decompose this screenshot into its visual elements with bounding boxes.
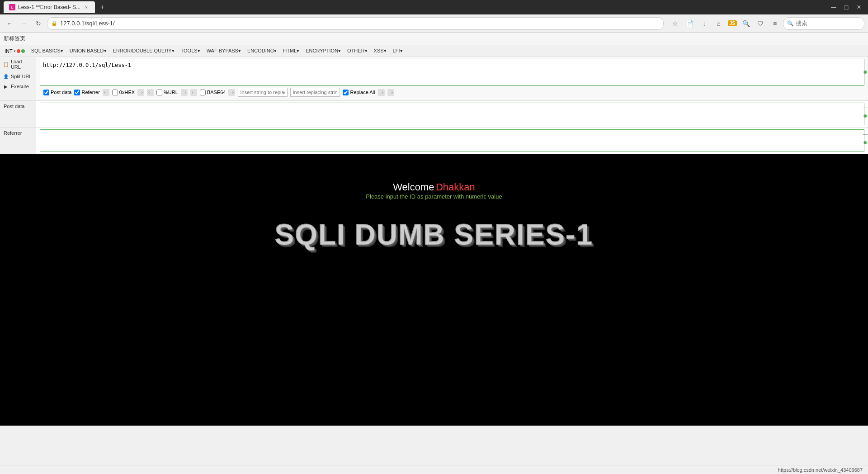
split-url-button[interactable]: 👤 Split URL bbox=[0, 71, 36, 81]
page-content: Welcome Dhakkan Please input the ID as p… bbox=[0, 154, 868, 426]
dhakkan-username: Dhakkan bbox=[436, 181, 475, 193]
menu-lfi[interactable]: LFI▾ bbox=[390, 47, 406, 55]
referrer-textarea[interactable] bbox=[40, 130, 864, 150]
base64-toggle[interactable]: BASE64 bbox=[200, 90, 226, 95]
menu-other[interactable]: OTHER▾ bbox=[344, 47, 370, 55]
arrow-right-icon-2: ⇒ bbox=[181, 89, 188, 96]
arrow-right-icon-3: ⇒ bbox=[228, 89, 235, 96]
post-data-checkbox[interactable] bbox=[43, 90, 49, 95]
url-textarea-wrapper: — ● bbox=[40, 59, 864, 85]
browser-toolbar-icons: ☆ 📄 ↓ ⌂ JS 🔍 🛡 ≡ bbox=[670, 18, 780, 29]
menu-encoding[interactable]: ENCODING▾ bbox=[245, 47, 279, 55]
menu-sql-basics[interactable]: SQL BASICS▾ bbox=[28, 47, 66, 55]
menu-error-double-query[interactable]: ERROR/DOUBLE QUERY▾ bbox=[110, 47, 177, 55]
browser-window: L Less-1 **Error Based- S... × + ─ □ × ←… bbox=[0, 0, 868, 426]
replace-all-label: Replace All bbox=[350, 90, 375, 95]
bookmark-new-tab[interactable]: 新标签页 bbox=[4, 35, 25, 43]
int-dropdown-arrow: ▾ bbox=[14, 49, 16, 53]
post-data-textarea[interactable] bbox=[40, 103, 864, 123]
replace-all-toggle[interactable]: Replace All bbox=[343, 90, 375, 95]
bookmark-star-icon[interactable]: ☆ bbox=[670, 18, 681, 29]
referrer-section-label: Referrer bbox=[0, 127, 36, 154]
load-url-button[interactable]: 📋 Load URL bbox=[0, 57, 36, 71]
base64-checkbox[interactable] bbox=[200, 90, 206, 95]
welcome-section: Welcome Dhakkan bbox=[393, 181, 475, 193]
title-bar: L Less-1 **Error Based- S... × + ─ □ × bbox=[0, 0, 868, 14]
hackbar-menu-row: INT ▾ SQL BASICS▾ UNION BASED▾ ERROR/DOU… bbox=[0, 45, 868, 57]
oxhex-label: 0xHEX bbox=[119, 90, 135, 95]
tab-title: Less-1 **Error Based- S... bbox=[18, 4, 80, 10]
load-url-label: Load URL bbox=[11, 59, 33, 70]
menu-xss[interactable]: XSS▾ bbox=[371, 47, 389, 55]
zoom-icon[interactable]: 🔍 bbox=[741, 18, 751, 29]
maximize-button[interactable]: □ bbox=[841, 2, 852, 13]
search-icon: 🔍 bbox=[787, 20, 794, 27]
arrow-right-icon-4: ⇒ bbox=[378, 89, 385, 96]
arrow-left-icon-1: ⇐ bbox=[103, 89, 109, 96]
post-data-textarea-wrapper: — ● bbox=[40, 103, 864, 125]
execute-button[interactable]: ▶ Execute bbox=[0, 81, 36, 91]
back-button[interactable]: ← bbox=[4, 18, 15, 29]
url-input[interactable] bbox=[60, 20, 660, 27]
home-icon[interactable]: ⌂ bbox=[713, 18, 724, 29]
menu-tools[interactable]: TOOLS▾ bbox=[178, 47, 203, 55]
pcturl-label: %URL bbox=[164, 90, 178, 95]
url-textarea[interactable] bbox=[40, 59, 864, 84]
replacing-string-input[interactable] bbox=[290, 88, 340, 97]
new-tab-button[interactable]: + bbox=[97, 2, 108, 13]
execute-label: Execute bbox=[11, 84, 29, 89]
arrow-left-icon-3: ⇐ bbox=[190, 89, 197, 96]
tab-favicon: L bbox=[9, 4, 15, 10]
oxhex-checkbox[interactable] bbox=[112, 90, 118, 95]
download-icon[interactable]: ↓ bbox=[699, 18, 710, 29]
arrow-right-icon-5: ⇒ bbox=[387, 89, 394, 96]
replace-all-checkbox[interactable] bbox=[343, 90, 349, 95]
refresh-button[interactable]: ↻ bbox=[33, 18, 44, 29]
string-to-replace-input[interactable] bbox=[238, 88, 288, 97]
post-data-toggle[interactable]: Post data bbox=[43, 90, 71, 95]
menu-union-based[interactable]: UNION BASED▾ bbox=[67, 47, 109, 55]
referrer-checkbox[interactable] bbox=[74, 90, 80, 95]
search-input[interactable] bbox=[796, 20, 854, 27]
referrer-toggle[interactable]: Referrer bbox=[74, 90, 99, 95]
hackbar-left-sidebar: 📋 Load URL 👤 Split URL ▶ Execute bbox=[0, 57, 36, 100]
minimize-button[interactable]: ─ bbox=[828, 2, 839, 13]
url-bar[interactable]: 🔒 bbox=[47, 17, 664, 30]
bookmark-label: 新标签页 bbox=[4, 35, 25, 43]
hackbar-toolbar: Post data Referrer ⇐ 0xHEX ⇒ ⇐ bbox=[40, 85, 864, 99]
indicator-dot-2: ● bbox=[863, 68, 868, 76]
referrer-indicator-1: — bbox=[863, 132, 868, 137]
shield-icon[interactable]: 🛡 bbox=[755, 18, 766, 29]
window-controls: ─ □ × bbox=[828, 2, 864, 13]
int-dropdown[interactable]: INT ▾ bbox=[2, 47, 28, 56]
referrer-label: Referrer bbox=[81, 90, 99, 95]
post-data-indicator-1: — bbox=[863, 105, 868, 110]
post-data-section-content: — ● bbox=[36, 100, 868, 127]
menu-icon[interactable]: ≡ bbox=[769, 18, 780, 29]
post-data-section-label: Post data bbox=[0, 100, 36, 127]
pcturl-checkbox[interactable] bbox=[156, 90, 162, 95]
tab-close-button[interactable]: × bbox=[83, 4, 90, 10]
url-side-indicators: — ● bbox=[863, 61, 868, 76]
hackbar-main-area: — ● Post data Referrer ⇐ bbox=[36, 57, 868, 100]
reader-mode-icon[interactable]: 📄 bbox=[684, 18, 695, 29]
browser-tab[interactable]: L Less-1 **Error Based- S... × bbox=[4, 1, 95, 13]
oxhex-toggle[interactable]: 0xHEX bbox=[112, 90, 135, 95]
close-button[interactable]: × bbox=[854, 2, 864, 13]
arrow-right-icon-1: ⇒ bbox=[137, 89, 144, 96]
menu-encryption[interactable]: ENCRYPTION▾ bbox=[303, 47, 344, 55]
referrer-section: Referrer — ● bbox=[0, 127, 868, 154]
hackbar-sidebar: 📋 Load URL 👤 Split URL ▶ Execute — bbox=[0, 57, 868, 100]
search-box[interactable]: 🔍 bbox=[783, 17, 864, 30]
referrer-side-indicators: — ● bbox=[863, 132, 868, 147]
please-input-text: Please input the ID as parameter with nu… bbox=[366, 193, 502, 200]
hackbar: INT ▾ SQL BASICS▾ UNION BASED▾ ERROR/DOU… bbox=[0, 45, 868, 154]
js-badge: JS bbox=[728, 20, 737, 26]
forward-button[interactable]: → bbox=[18, 18, 30, 29]
split-url-icon: 👤 bbox=[3, 73, 9, 80]
pcturl-toggle[interactable]: %URL bbox=[156, 90, 178, 95]
referrer-indicator-2: ● bbox=[863, 138, 868, 147]
menu-waf-bypass[interactable]: WAF BYPASS▾ bbox=[204, 47, 244, 55]
bookmarks-bar: 新标签页 bbox=[0, 33, 868, 45]
menu-html[interactable]: HTML▾ bbox=[280, 47, 302, 55]
